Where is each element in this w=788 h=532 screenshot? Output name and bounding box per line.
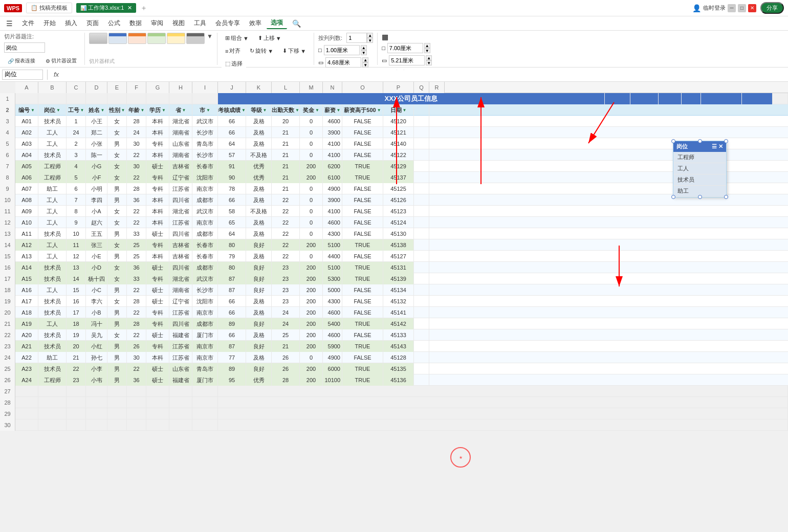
cell-20-13[interactable]: 4600 <box>323 307 342 318</box>
cell-11-14[interactable]: FALSE <box>342 206 383 217</box>
cell-15-12[interactable]: 0 <box>300 251 323 262</box>
cell-23-5[interactable]: 26 <box>127 341 146 352</box>
cell-24-13[interactable]: 4900 <box>323 352 342 363</box>
cell-18-2[interactable]: 15 <box>67 284 86 296</box>
menu-tools[interactable]: 工具 <box>190 18 210 29</box>
cell-1m[interactable] <box>659 93 682 104</box>
header-dengji[interactable]: 等级 ▼ <box>246 104 272 116</box>
cell-3-10[interactable]: 及格 <box>246 116 272 127</box>
minimize-button[interactable]: ─ <box>728 4 736 12</box>
menu-vip[interactable]: 会员专享 <box>211 18 244 29</box>
cell-21-5[interactable]: 28 <box>127 318 146 329</box>
cell-21-2[interactable]: 18 <box>67 318 86 329</box>
cell-8-11[interactable]: 21 <box>272 172 300 183</box>
cell-12-5[interactable]: 22 <box>127 217 146 228</box>
cell-21-0[interactable]: A19 <box>15 318 38 329</box>
cell-8-9[interactable]: 90 <box>218 172 246 183</box>
cell-18-14[interactable]: FALSE <box>342 284 383 296</box>
cell-9-9[interactable]: 78 <box>218 183 246 194</box>
cell-25-13[interactable]: 6000 <box>323 363 342 374</box>
cell-5-14[interactable]: FALSE <box>342 138 383 149</box>
cell-23-12[interactable]: 200 <box>300 341 323 352</box>
cell-22-0[interactable]: A20 <box>15 329 38 341</box>
cell-19-8[interactable]: 沈阳市 <box>192 296 218 307</box>
slicer-height-up[interactable]: ▲ <box>426 55 432 60</box>
menu-insert[interactable]: 插入 <box>61 18 81 29</box>
cell-22-extra[interactable] <box>414 329 429 341</box>
cell-18-13[interactable]: 5000 <box>323 284 342 296</box>
cell-26-4[interactable]: 男 <box>107 374 127 386</box>
cell-9-3[interactable]: 小明 <box>86 183 107 194</box>
cell-6-0[interactable]: A04 <box>15 149 38 161</box>
cell-23-15[interactable]: 45143 <box>383 341 414 352</box>
cell-7-0[interactable]: A05 <box>15 161 38 172</box>
cell-22-1[interactable]: 技术员 <box>38 329 67 341</box>
cell-20-6[interactable]: 专科 <box>146 307 169 318</box>
cell-25-1[interactable]: 技术员 <box>38 363 67 374</box>
cell-21-9[interactable]: 89 <box>218 318 246 329</box>
header-gangwei[interactable]: 岗位 ▼ <box>38 104 67 116</box>
cell-7-4[interactable]: 女 <box>107 161 127 172</box>
cell-5-12[interactable]: 0 <box>300 138 323 149</box>
cell-25-3[interactable]: 小李 <box>86 363 107 374</box>
cell-5-15[interactable]: 45140 <box>383 138 414 149</box>
cell-17-10[interactable]: 良好 <box>246 273 272 284</box>
cell-9-14[interactable]: FALSE <box>342 183 383 194</box>
cell-17-2[interactable]: 14 <box>67 273 86 284</box>
cell-20-5[interactable]: 22 <box>127 307 146 318</box>
cell-18-4[interactable]: 男 <box>107 284 127 296</box>
cell-11-2[interactable]: 8 <box>67 206 86 217</box>
cell-17-12[interactable]: 200 <box>300 273 323 284</box>
slicer-height-input[interactable] <box>389 55 425 65</box>
item-height-up[interactable]: ▲ <box>362 57 368 62</box>
cell-25-9[interactable]: 89 <box>218 363 246 374</box>
cell-13-10[interactable]: 及格 <box>246 228 272 239</box>
cell-4-15[interactable]: 45121 <box>383 127 414 138</box>
cell-16-7[interactable]: 四川省 <box>169 262 192 273</box>
cell-13-13[interactable]: 4300 <box>323 228 342 239</box>
cell-7-10[interactable]: 优秀 <box>246 161 272 172</box>
cell-25-6[interactable]: 硕士 <box>146 363 169 374</box>
cell-24-8[interactable]: 南京市 <box>192 352 218 363</box>
cell-20-4[interactable]: 男 <box>107 307 127 318</box>
cell-3-6[interactable]: 本科 <box>146 116 169 127</box>
cell-21-8[interactable]: 成都市 <box>192 318 218 329</box>
cell-23-4[interactable]: 男 <box>107 341 127 352</box>
cell-1q[interactable] <box>773 93 788 104</box>
cell-22-7[interactable]: 福建省 <box>169 329 192 341</box>
cell-18-9[interactable]: 87 <box>218 284 246 296</box>
cell-3-14[interactable]: FALSE <box>342 116 383 127</box>
cell-24-extra[interactable] <box>414 352 429 363</box>
cell-20-12[interactable]: 200 <box>300 307 323 318</box>
cell-8-4[interactable]: 女 <box>107 172 127 183</box>
cell-16-14[interactable]: TRUE <box>342 262 383 273</box>
cell-4-3[interactable]: 郑二 <box>86 127 107 138</box>
cell-11-7[interactable]: 湖北省 <box>169 206 192 217</box>
item-height-down[interactable]: ▼ <box>362 62 368 68</box>
cell-19-12[interactable]: 200 <box>300 296 323 307</box>
cell-24-1[interactable]: 助工 <box>38 352 67 363</box>
cell-13-6[interactable]: 硕士 <box>146 228 169 239</box>
cell-10-12[interactable]: 0 <box>300 194 323 206</box>
cell-15-9[interactable]: 79 <box>218 251 246 262</box>
cell-12-0[interactable]: A10 <box>15 217 38 228</box>
cell-19-1[interactable]: 技术员 <box>38 296 67 307</box>
share-button[interactable]: 分享 <box>760 2 784 14</box>
slicer-style-2[interactable] <box>108 33 127 44</box>
cell-21-7[interactable]: 四川省 <box>169 318 192 329</box>
cell-26-extra[interactable] <box>414 374 429 386</box>
slicer-style-5[interactable] <box>167 33 185 44</box>
cell-13-15[interactable]: 45130 <box>383 228 414 239</box>
cell-5-2[interactable]: 2 <box>67 138 86 149</box>
cell-12-4[interactable]: 女 <box>107 217 127 228</box>
cell-3-4[interactable]: 女 <box>107 116 127 127</box>
cell-4-0[interactable]: A02 <box>15 127 38 138</box>
cell-24-11[interactable]: 26 <box>272 352 300 363</box>
cell-13-14[interactable]: FALSE <box>342 228 383 239</box>
cell-19-6[interactable]: 硕士 <box>146 296 169 307</box>
cell-23-14[interactable]: TRUE <box>342 341 383 352</box>
cell-26-14[interactable]: TRUE <box>342 374 383 386</box>
cell-12-3[interactable]: 赵六 <box>86 217 107 228</box>
cell-17-8[interactable]: 武汉市 <box>192 273 218 284</box>
cell-17-4[interactable]: 女 <box>107 273 127 284</box>
